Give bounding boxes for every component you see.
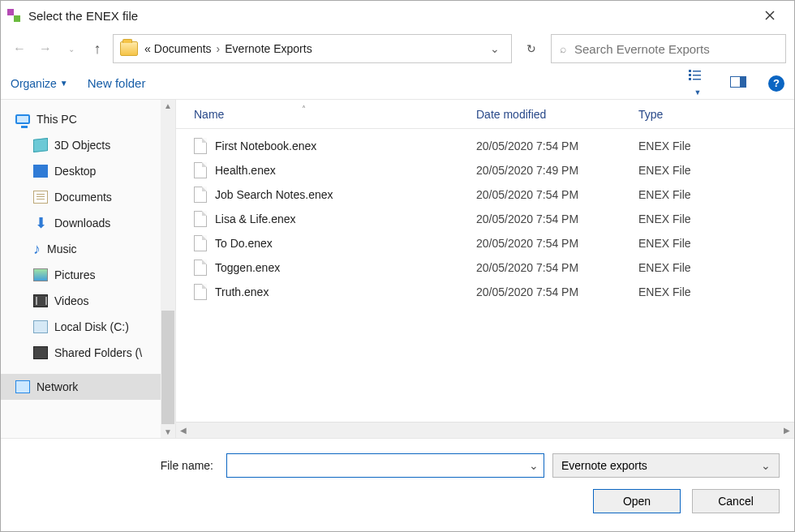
file-row[interactable]: Toggen.enex20/05/2020 7:54 PMENEX File [176,255,794,280]
svg-rect-9 [740,76,746,87]
filename-combo[interactable]: ⌄ [226,453,544,478]
file-date: 20/05/2020 7:54 PM [476,188,638,201]
help-button[interactable]: ? [768,75,784,92]
file-type: ENEX File [638,188,794,201]
music-icon: ♪ [33,243,41,255]
column-name[interactable]: Name˄ [176,108,476,121]
tree-downloads[interactable]: ⬇Downloads [1,210,161,236]
column-headers: Name˄ Date modified Type [176,100,794,129]
dialog-footer: File name: ⌄ Evernote exports ⌄ Open Can… [1,438,794,531]
title-bar: Select the ENEX file [1,1,794,30]
chevron-down-icon[interactable]: ⌄ [529,459,539,472]
file-name: Truth.enex [215,285,269,298]
open-button[interactable]: Open [593,489,681,513]
scroll-thumb[interactable] [161,311,174,424]
back-button[interactable]: ← [9,37,30,60]
file-row[interactable]: First Notebook.enex20/05/2020 7:54 PMENE… [176,134,794,158]
up-button[interactable]: ↑ [87,37,108,60]
address-bar[interactable]: « Documents › Evernote Exports ⌄ [113,34,512,63]
window-title: Select the ENEX file [28,9,752,23]
preview-pane-button[interactable] [728,76,749,91]
crumb-documents[interactable]: Documents [154,42,212,55]
forward-button[interactable]: → [35,37,56,60]
file-row[interactable]: Health.enex20/05/2020 7:49 PMENEX File [176,158,794,182]
filter-label: Evernote exports [561,459,647,472]
cube-icon [33,138,48,152]
tree-music[interactable]: ♪Music [1,236,161,262]
tree-desktop[interactable]: Desktop [1,158,161,184]
scroll-up-icon[interactable]: ▲ [164,101,172,110]
address-dropdown[interactable]: ⌄ [485,42,505,55]
video-icon [33,294,48,307]
close-button[interactable] [752,3,788,28]
filename-input[interactable] [232,459,529,472]
tree-videos[interactable]: Videos [1,288,161,314]
organize-label: Organize [11,77,57,90]
shared-folder-icon [33,346,48,359]
desktop-icon [33,165,48,178]
svg-rect-2 [689,70,691,72]
file-type-filter[interactable]: Evernote exports ⌄ [552,453,780,478]
tree-3d-objects[interactable]: 3D Objects [1,132,161,158]
file-icon [194,211,207,227]
crumb-prefix: « [144,42,151,55]
svg-rect-4 [689,78,691,80]
file-type: ENEX File [638,164,794,177]
nav-row: ← → ⌄ ↑ « Documents › Evernote Exports ⌄… [1,30,794,67]
tree-local-disk[interactable]: Local Disk (C:) [1,314,161,340]
network-icon [15,380,30,393]
search-box[interactable]: ⌕ [551,34,786,63]
organize-menu[interactable]: Organize ▼ [11,77,68,90]
horizontal-scrollbar[interactable]: ◀ ▶ [176,422,794,438]
file-icon [194,187,207,203]
refresh-button[interactable]: ↻ [517,34,546,63]
file-name: Lisa & Life.enex [215,212,296,225]
file-date: 20/05/2020 7:49 PM [476,164,638,177]
scroll-left-icon[interactable]: ◀ [176,426,191,435]
file-type: ENEX File [638,237,794,250]
documents-icon [33,191,48,204]
tree-pictures[interactable]: Pictures [1,262,161,288]
app-icon [7,9,20,22]
file-date: 20/05/2020 7:54 PM [476,285,638,298]
folder-icon [120,41,138,56]
search-icon: ⌕ [560,42,566,55]
scroll-down-icon[interactable]: ▼ [164,427,172,436]
crumb-evernote-exports[interactable]: Evernote Exports [225,42,312,55]
file-date: 20/05/2020 7:54 PM [476,261,638,274]
new-folder-button[interactable]: New folder [88,76,146,90]
chevron-down-icon: ⌄ [761,459,771,472]
cancel-button[interactable]: Cancel [692,489,780,513]
scroll-right-icon[interactable]: ▶ [780,426,794,435]
file-row[interactable]: Job Search Notes.enex20/05/2020 7:54 PME… [176,182,794,207]
file-name: Toggen.enex [215,261,280,274]
chevron-right-icon: › [215,42,222,55]
folder-tree: This PC 3D Objects Desktop Documents ⬇Do… [1,100,161,438]
close-icon [765,11,775,20]
search-input[interactable] [574,42,777,56]
file-open-dialog: Select the ENEX file ← → ⌄ ↑ « Documents… [0,0,795,532]
column-date[interactable]: Date modified [476,108,638,121]
column-type[interactable]: Type [638,108,794,121]
tree-shared-folders[interactable]: Shared Folders (\ [1,340,161,366]
picture-icon [33,268,48,281]
nav-scrollbar[interactable]: ▲ ▼ [161,100,175,438]
toolbar: Organize ▼ New folder ▼ ? [1,67,794,100]
file-name: Job Search Notes.enex [215,188,333,201]
navigation-pane: This PC 3D Objects Desktop Documents ⬇Do… [1,100,176,438]
history-dropdown[interactable]: ⌄ [61,37,82,60]
sort-indicator-icon: ˄ [302,105,306,114]
file-row[interactable]: To Do.enex20/05/2020 7:54 PMENEX File [176,231,794,255]
view-options-button[interactable]: ▼ [687,69,708,98]
tree-documents[interactable]: Documents [1,184,161,210]
file-icon [194,162,207,178]
file-icon [194,260,207,276]
tree-network[interactable]: Network [1,374,161,400]
file-name: To Do.enex [215,237,273,250]
file-type: ENEX File [638,139,794,152]
tree-this-pc[interactable]: This PC [1,106,161,132]
file-name: Health.enex [215,164,276,177]
file-row[interactable]: Truth.enex20/05/2020 7:54 PMENEX File [176,280,794,304]
file-row[interactable]: Lisa & Life.enex20/05/2020 7:54 PMENEX F… [176,207,794,231]
svg-rect-6 [693,75,701,76]
